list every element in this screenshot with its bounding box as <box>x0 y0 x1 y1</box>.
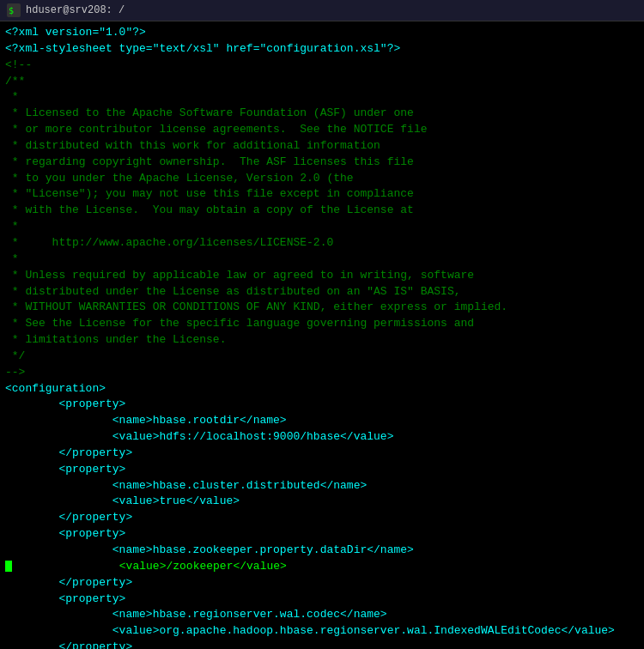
line-20: * limitations under the License. <box>5 332 639 349</box>
terminal-window: $ hduser@srv208: / <?xml version="1.0"?>… <box>0 0 644 649</box>
line-27: </property> <box>5 446 639 462</box>
line-39: </property> <box>5 640 639 649</box>
line-15: * <box>5 252 639 268</box>
line-8: * distributed with this work for additio… <box>5 138 639 155</box>
terminal-icon: $ <box>7 3 21 17</box>
line-14: * http://www.apache.org/licenses/LICENSE… <box>5 235 639 252</box>
line-28: <property> <box>5 462 639 478</box>
line-21: */ <box>5 349 639 365</box>
line-25: <name>hbase.rootdir</name> <box>5 413 639 429</box>
line-22: --> <box>5 365 639 381</box>
line-12: * with the License. You may obtain a cop… <box>5 203 639 219</box>
title-bar-text: hduser@srv208: / <box>26 4 125 16</box>
line-29: <name>hbase.cluster.distributed</name> <box>5 478 639 494</box>
line-26: <value>hdfs://localhost:9000/hbase</valu… <box>5 429 639 446</box>
line-38: <value>org.apache.hadoop.hbase.regionser… <box>5 623 639 640</box>
line-35: </property> <box>5 575 639 591</box>
line-37: <name>hbase.regionserver.wal.codec</name… <box>5 607 639 623</box>
line-23: <configuration> <box>5 381 639 397</box>
line-4: /** <box>5 74 639 90</box>
line-18: * WITHOUT WARRANTIES OR CONDITIONS OF AN… <box>5 300 639 316</box>
line-2: <?xml-stylesheet type="text/xsl" href="c… <box>5 41 639 58</box>
line-7: * or more contributor license agreements… <box>5 122 639 138</box>
line-19: * See the License for the specific langu… <box>5 316 639 332</box>
line-3: <!-- <box>5 58 639 74</box>
line-10: * to you under the Apache License, Versi… <box>5 171 639 187</box>
file-content: <?xml version="1.0"?> <?xml-stylesheet t… <box>0 21 644 649</box>
line-17: * distributed under the License as distr… <box>5 284 639 300</box>
line-24: <property> <box>5 397 639 413</box>
line-1: <?xml version="1.0"?> <box>5 25 639 41</box>
line-30: <value>true</value> <box>5 494 639 510</box>
text-cursor <box>5 561 12 572</box>
line-13: * <box>5 219 639 235</box>
line-32: <property> <box>5 526 639 543</box>
line-16: * Unless required by applicable law or a… <box>5 268 639 284</box>
line-9: * regarding copyright ownership. The ASF… <box>5 155 639 171</box>
line-5: * <box>5 89 639 106</box>
line-36: <property> <box>5 591 639 608</box>
line-11: * "License"); you may not use this file … <box>5 186 639 203</box>
line-6: * Licensed to the Apache Software Founda… <box>5 106 639 122</box>
svg-text:$: $ <box>9 6 14 15</box>
line-34: <value>/zookeeper</value> <box>5 559 639 575</box>
title-bar: $ hduser@srv208: / <box>0 0 644 21</box>
line-31: </property> <box>5 510 639 526</box>
line-33: <name>hbase.zookeeper.property.dataDir</… <box>5 543 639 559</box>
